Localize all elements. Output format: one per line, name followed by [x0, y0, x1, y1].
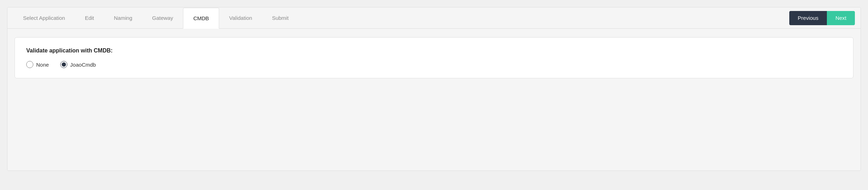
previous-button[interactable]: Previous — [789, 11, 827, 25]
radio-option-joao-cmdb[interactable]: JoaoCmdb — [60, 61, 96, 68]
tab-edit[interactable]: Edit — [75, 8, 104, 29]
tab-submit[interactable]: Submit — [262, 8, 299, 29]
radio-group: NoneJoaoCmdb — [26, 61, 842, 68]
radio-option-none[interactable]: None — [26, 61, 49, 68]
tab-bar-actions: Previous Next — [789, 7, 855, 28]
card-title: Validate application with CMDB: — [26, 48, 842, 54]
cmdb-card: Validate application with CMDB: NoneJoao… — [15, 37, 853, 78]
tab-bar: Select ApplicationEditNamingGatewayCMDBV… — [7, 7, 861, 29]
tab-naming[interactable]: Naming — [104, 8, 142, 29]
main-content: Validate application with CMDB: NoneJoao… — [7, 29, 861, 171]
radio-input-none[interactable] — [26, 61, 33, 68]
next-button[interactable]: Next — [827, 11, 855, 25]
tab-select-application[interactable]: Select Application — [13, 8, 75, 29]
radio-label-none: None — [36, 62, 49, 68]
tab-bar-tabs: Select ApplicationEditNamingGatewayCMDBV… — [13, 7, 789, 28]
tab-cmdb[interactable]: CMDB — [183, 8, 219, 29]
radio-input-joao-cmdb[interactable] — [60, 61, 67, 68]
tab-validation[interactable]: Validation — [219, 8, 262, 29]
page-wrapper: Select ApplicationEditNamingGatewayCMDBV… — [7, 7, 861, 171]
radio-label-joao-cmdb: JoaoCmdb — [70, 62, 96, 68]
tab-gateway[interactable]: Gateway — [142, 8, 183, 29]
